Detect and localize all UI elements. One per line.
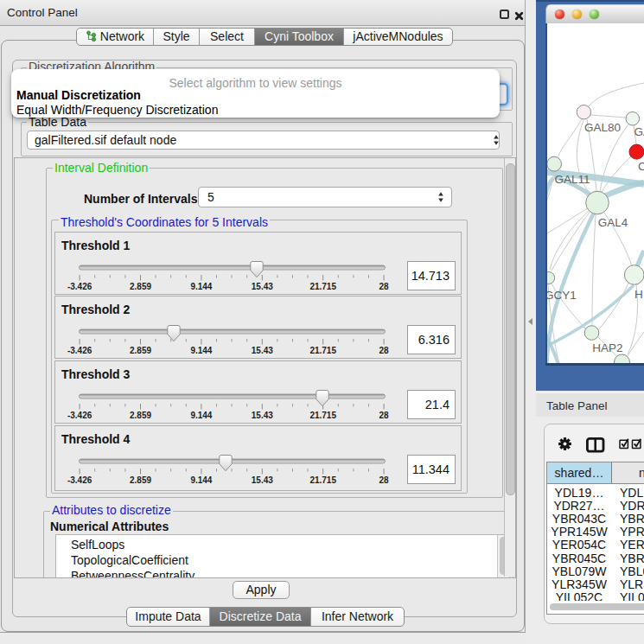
svg-text:28: 28 <box>379 475 390 484</box>
svg-text:2.859: 2.859 <box>130 475 151 484</box>
svg-text:21.715: 21.715 <box>309 475 336 484</box>
svg-text:15.43: 15.43 <box>252 475 273 484</box>
svg-text:9.144: 9.144 <box>190 281 212 290</box>
svg-text:21.715: 21.715 <box>309 346 336 355</box>
svg-text:GAL80: GAL80 <box>584 121 621 134</box>
svg-text:28: 28 <box>379 410 390 419</box>
svg-text:9.144: 9.144 <box>190 410 212 419</box>
svg-text:2.859: 2.859 <box>130 281 151 290</box>
svg-text:GCY1: GCY1 <box>545 289 577 302</box>
svg-text:28: 28 <box>379 281 390 290</box>
svg-text:15.43: 15.43 <box>252 281 273 290</box>
svg-text:-3.426: -3.426 <box>67 410 92 419</box>
svg-text:9.144: 9.144 <box>190 346 212 355</box>
svg-text:-3.426: -3.426 <box>67 281 92 290</box>
svg-text:28: 28 <box>379 346 390 355</box>
svg-text:15.43: 15.43 <box>252 346 273 355</box>
svg-text:-3.426: -3.426 <box>67 475 92 484</box>
svg-text:2.859: 2.859 <box>130 410 151 419</box>
svg-text:21.715: 21.715 <box>309 281 336 290</box>
svg-text:-3.426: -3.426 <box>67 346 92 355</box>
svg-text:H: H <box>634 288 643 301</box>
svg-text:GAL11: GAL11 <box>554 173 590 186</box>
svg-text:9.144: 9.144 <box>190 475 212 484</box>
svg-text:HAP2: HAP2 <box>592 341 622 354</box>
svg-text:C: C <box>638 160 644 173</box>
svg-text:15.43: 15.43 <box>252 410 273 419</box>
svg-text:21.715: 21.715 <box>309 410 336 419</box>
svg-text:2.859: 2.859 <box>130 346 151 355</box>
svg-text:GAL4: GAL4 <box>598 216 628 229</box>
svg-text:GAL: GAL <box>634 125 644 138</box>
